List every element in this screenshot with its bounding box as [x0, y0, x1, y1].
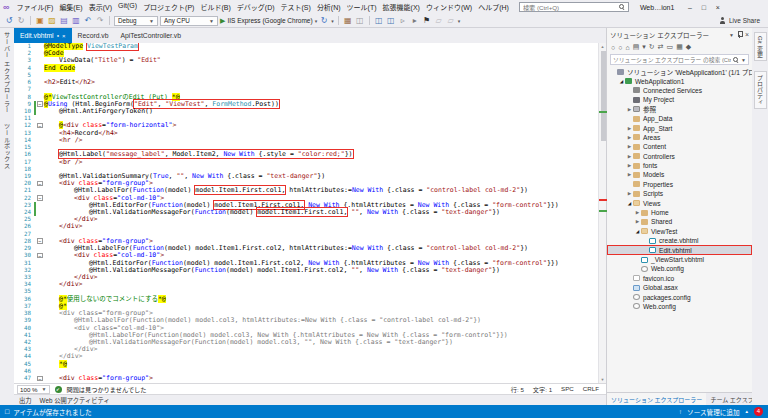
tree-item[interactable]: Web.config — [607, 264, 752, 273]
menu-build[interactable]: ビルド(B) — [197, 2, 233, 12]
panel-tab[interactable]: ソリューション エクスプローラー — [607, 393, 706, 405]
code-line[interactable]: 33</div> — [14, 274, 598, 281]
refresh-icon[interactable]: ↻ — [649, 43, 655, 51]
new-project-icon[interactable]: ▣ — [35, 15, 45, 27]
expander-icon[interactable]: ◢ — [626, 201, 633, 206]
tree-item[interactable]: ▶App_Start — [607, 123, 752, 132]
expander-icon[interactable]: ▶ — [626, 154, 633, 159]
code-line[interactable]: 10@Html.AntiForgeryToken() — [14, 108, 598, 115]
tool-window-tab[interactable]: Git 変更 — [754, 32, 767, 61]
outdent-icon[interactable]: ▸ — [410, 15, 420, 27]
code-line[interactable]: 13<h4>Record</h4> — [14, 130, 598, 137]
save-all-icon[interactable]: ▥ — [71, 15, 81, 27]
bookmark-next-icon[interactable]: ▱ — [446, 15, 456, 27]
start-debugging-button[interactable]: ▶IIS Express (Google Chrome)▾ — [220, 17, 317, 25]
tree-item[interactable]: ◢ViewTest — [607, 227, 752, 236]
expander-icon[interactable]: ▶ — [634, 210, 641, 215]
line-ending[interactable]: CRLF — [583, 385, 599, 394]
expander-icon[interactable]: ◢ — [634, 229, 641, 234]
tree-item[interactable]: ▶参照 — [607, 105, 752, 114]
tool-window-tab[interactable]: サーバー エクスプローラー — [3, 32, 12, 113]
menu-window[interactable]: ウィンドウ(W) — [423, 2, 475, 12]
chevron-down-icon[interactable]: ▾ — [331, 18, 334, 24]
expander-icon[interactable]: ▶ — [634, 219, 641, 224]
tree-item[interactable]: favicon.ico — [607, 274, 752, 283]
code-line[interactable]: 5 — [14, 72, 598, 79]
bookmark-flag-icon[interactable]: ⚑ — [422, 15, 432, 27]
code-line[interactable]: 45*@ — [14, 361, 598, 368]
code-line[interactable]: 47−<div class="form-group"> — [14, 375, 598, 382]
code-line[interactable]: 43</div> — [14, 346, 598, 353]
open-file-icon[interactable]: ▨ — [47, 15, 57, 27]
browser-link-refresh-icon[interactable]: ↻ — [319, 15, 329, 27]
code-line[interactable]: 36@*使用しないのでコメントにする*@ — [14, 296, 598, 303]
expander-icon[interactable]: ▶ — [626, 144, 633, 149]
tree-item[interactable]: ◢Views — [607, 198, 752, 207]
code-line[interactable]: 26</div> — [14, 223, 598, 230]
switch-views-icon[interactable]: ▤ — [633, 43, 640, 51]
code-line[interactable]: 17<br /> — [14, 159, 598, 166]
dropdown-caret-icon[interactable]: ▾ — [642, 43, 646, 51]
scroll-down-icon[interactable]: ▼ — [599, 376, 606, 383]
preview-icon[interactable]: ◫ — [355, 15, 365, 27]
minimize-button[interactable]: – — [683, 1, 696, 14]
add-to-source-control-button[interactable]: ソース管理に追加 — [687, 407, 739, 417]
collapse-icon[interactable]: − — [37, 123, 43, 129]
collapse-icon[interactable]: − — [37, 376, 43, 382]
show-all-files-icon[interactable]: ▦ — [676, 43, 683, 51]
expander-icon[interactable]: ▶ — [626, 135, 633, 140]
panel-options-icon[interactable]: ▼ — [729, 32, 734, 38]
document-tab[interactable]: Record.vb — [72, 28, 115, 43]
code-line[interactable]: 6<h2>Edit</h2> — [14, 79, 598, 86]
code-line[interactable]: 44</div> — [14, 353, 598, 360]
menu-help[interactable]: ヘルプ(H) — [475, 2, 512, 12]
tree-item[interactable]: ▶Scripts — [607, 189, 752, 198]
code-line[interactable]: 32@Html.ValidationMessageFor(Function(mo… — [14, 267, 598, 274]
code-line[interactable]: 3ViewData("Title") = "Edit" — [14, 57, 598, 64]
collapse-icon[interactable]: − — [37, 195, 43, 201]
tree-item[interactable]: ▶Home — [607, 208, 752, 217]
menu-analyze[interactable]: 分析(N) — [314, 2, 344, 12]
collapse-icon[interactable]: − — [37, 253, 43, 259]
tree-item[interactable]: ソリューション 'WebApplication1' (1/1 プロジェクト) — [607, 67, 752, 76]
zoom-dropdown[interactable]: 100 %▼ — [17, 385, 50, 394]
undo-icon[interactable]: ↶ — [83, 15, 93, 27]
collapse-icon[interactable]: − — [37, 238, 43, 244]
scroll-up-icon[interactable]: ▲ — [599, 43, 606, 50]
menu-view[interactable]: 表示(V) — [86, 2, 115, 12]
comment-icon[interactable]: ◫ — [374, 15, 384, 27]
expander-icon[interactable]: ▶ — [626, 191, 633, 196]
tool-window-tab[interactable]: プロパティ — [754, 71, 767, 109]
chevron-up-icon[interactable]: ▲ — [745, 409, 749, 414]
code-line[interactable]: 25</div> — [14, 216, 598, 223]
editor-scrollbar[interactable]: ▲ ▼ — [598, 43, 606, 383]
menu-edit[interactable]: 編集(E) — [56, 2, 85, 12]
tool-window-tab[interactable]: ツールボックス — [3, 123, 12, 169]
tree-item[interactable]: _ViewStart.vbhtml — [607, 255, 752, 264]
menu-debug[interactable]: デバッグ(D) — [234, 2, 278, 12]
expander-icon[interactable]: ▶ — [626, 172, 633, 177]
tree-item[interactable]: App_Data — [607, 114, 752, 123]
menu-tools[interactable]: ツール(T) — [344, 2, 380, 12]
maximize-button[interactable]: □ — [697, 1, 710, 14]
tree-item[interactable]: Web.config — [607, 302, 752, 311]
expander-icon[interactable]: ▶ — [626, 163, 633, 168]
tree-item[interactable]: Connected Services — [607, 86, 752, 95]
chevron-down-icon[interactable]: ▾ — [458, 18, 461, 24]
tree-item[interactable]: ▶Shared — [607, 217, 752, 226]
panel-close-icon[interactable]: × — [745, 31, 749, 38]
expander-icon[interactable]: ▶ — [626, 126, 633, 131]
tab-close-icon[interactable]: × — [62, 33, 66, 39]
solution-configurations-dropdown[interactable]: Debug▼ — [114, 16, 158, 26]
menu-file[interactable]: ファイル(F) — [13, 2, 56, 12]
output-tab[interactable]: Web 公開アクティビティ — [40, 396, 110, 405]
back-circle-icon[interactable]: ○ — [611, 44, 615, 51]
code-line[interactable]: 4End Code — [14, 65, 598, 72]
forward-circle-icon[interactable]: ○ — [618, 44, 622, 51]
scrollbar-thumb[interactable] — [601, 51, 606, 141]
tree-item[interactable]: ▶Controllers — [607, 152, 752, 161]
tree-item[interactable]: ▶fonts — [607, 161, 752, 170]
sync-active-document-icon[interactable]: ⇄ — [658, 43, 664, 51]
code-line[interactable]: 16@Html.Label("message_label", Model.Ite… — [14, 151, 598, 158]
close-button[interactable]: × — [711, 1, 724, 14]
